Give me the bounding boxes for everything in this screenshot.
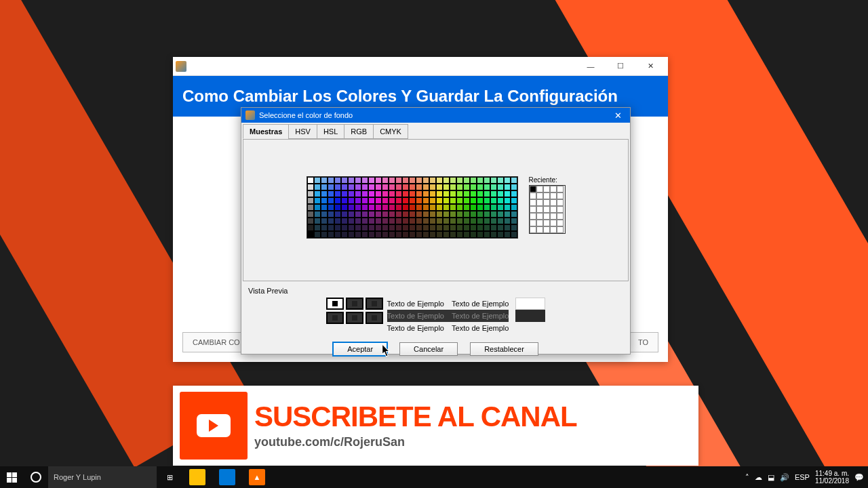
store-icon[interactable] <box>212 466 242 488</box>
color-chooser-dialog: Seleccione el color de fondo ✕ Muestras … <box>241 107 631 354</box>
recent-label: Reciente: <box>529 176 566 184</box>
java-icon <box>245 110 255 120</box>
network-icon[interactable]: ⬓ <box>768 473 774 482</box>
minimize-button[interactable]: — <box>576 58 606 75</box>
preview-texts: Texto de Ejemplo Texto de Ejemplo Texto … <box>387 298 509 334</box>
vlc-icon[interactable]: ▲ <box>242 466 272 488</box>
color-swatch-grid[interactable] <box>307 176 518 239</box>
banner-url: youtube.com/c/RojeruSan <box>254 435 577 449</box>
swatches-panel: Reciente: <box>243 139 629 281</box>
recent-colors-grid[interactable] <box>529 185 566 234</box>
tab-cmyk[interactable]: CMYK <box>373 124 408 139</box>
maximize-button[interactable]: ☐ <box>606 58 635 75</box>
close-button[interactable]: ✕ <box>635 58 665 75</box>
color-tabs: Muestras HSV HSL RGB CMYK <box>241 123 630 139</box>
tray-up-icon[interactable]: ˄ <box>745 473 749 482</box>
dialog-close-button[interactable]: ✕ <box>610 108 626 122</box>
preview-solid <box>513 298 545 322</box>
task-view-button[interactable]: ⊞ <box>157 466 182 488</box>
tab-rgb[interactable]: RGB <box>344 124 374 139</box>
cancel-button[interactable]: Cancelar <box>399 342 458 356</box>
taskbar: Roger Y Lupin ⊞ ▲ ˄ ☁ ⬓ 🔊 ESP 11:49 a. m… <box>0 466 868 488</box>
volume-icon[interactable]: 🔊 <box>780 473 789 482</box>
start-button[interactable] <box>0 466 24 488</box>
tab-hsl[interactable]: HSL <box>317 124 344 139</box>
taskbar-search[interactable]: Roger Y Lupin <box>48 466 157 488</box>
taskbar-clock[interactable]: 11:49 a. m. 11/02/2018 <box>815 470 849 485</box>
ok-button[interactable]: Aceptar <box>333 342 387 356</box>
window-titlebar[interactable]: — ☐ ✕ <box>173 57 668 76</box>
file-explorer-icon[interactable] <box>182 466 212 488</box>
preview-section: Vista Previa Texto de Ejemplo Texto de E… <box>243 284 629 337</box>
reset-button[interactable]: Restablecer <box>470 342 538 356</box>
subscribe-banner: SUSCRIBETE AL CANAL youtube.com/c/Rojeru… <box>173 386 698 466</box>
banner-title: SUSCRIBETE AL CANAL <box>254 403 577 431</box>
preview-label: Vista Previa <box>248 287 623 295</box>
dialog-titlebar[interactable]: Seleccione el color de fondo ✕ <box>241 108 630 123</box>
tab-hsv[interactable]: HSV <box>288 124 317 139</box>
change-color-button[interactable]: CAMBIAR CO <box>182 332 250 352</box>
dialog-buttons: Aceptar Cancelar Restablecer <box>241 337 630 361</box>
preview-boxes <box>326 298 383 324</box>
notifications-icon[interactable]: 💬 <box>854 473 864 482</box>
right-button[interactable]: TO <box>628 332 658 352</box>
onedrive-icon[interactable]: ☁ <box>755 473 762 482</box>
dialog-title: Seleccione el color de fondo <box>259 111 353 119</box>
language-indicator[interactable]: ESP <box>795 473 810 481</box>
java-icon <box>176 61 186 72</box>
cortana-button[interactable] <box>24 466 48 488</box>
youtube-icon[interactable] <box>180 392 248 460</box>
tab-muestras[interactable]: Muestras <box>243 124 289 139</box>
